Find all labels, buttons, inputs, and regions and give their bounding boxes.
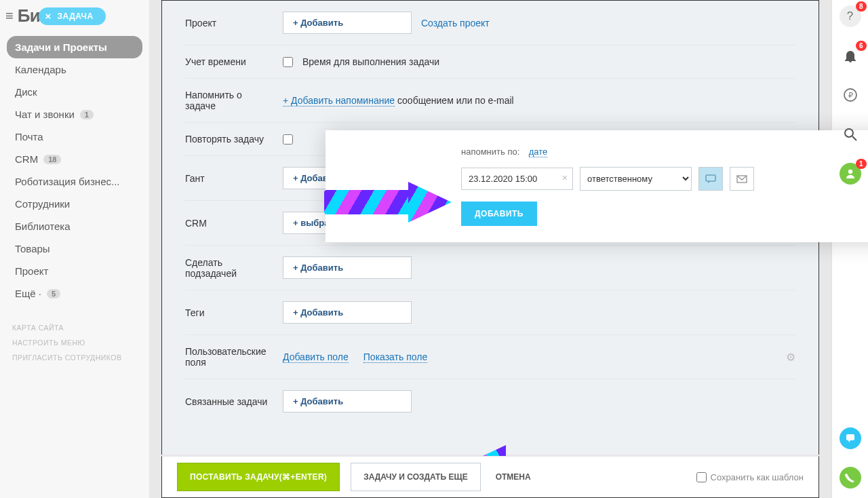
svg-rect-7	[846, 434, 854, 440]
right-rail: ? 8 6 ₽ 1	[831, 0, 868, 498]
label-custom-fields: Пользовательские поля	[185, 346, 273, 368]
create-project-link[interactable]: Создать проект	[421, 18, 490, 28]
sidebar-item-label: Проект	[15, 265, 48, 277]
subtask-add-button[interactable]: + Добавить	[283, 256, 412, 279]
clear-date-icon[interactable]: ×	[562, 172, 568, 183]
tags-add-button[interactable]: + Добавить	[283, 301, 412, 324]
sidebar-item-label: Календарь	[15, 64, 66, 75]
label-related: Связанные задачи	[185, 396, 273, 407]
svg-point-6	[848, 170, 852, 174]
label-project: Проект	[185, 18, 273, 28]
svg-line-5	[852, 136, 856, 140]
footer-bar: ПОСТАВИТЬ ЗАДАЧУ(⌘+ENTER) ЗАДАЧУ И СОЗДА…	[161, 456, 819, 498]
sidebar-item-label: Диск	[15, 86, 37, 98]
label-time: Учет времени	[185, 56, 273, 67]
label-crm: CRM	[185, 218, 273, 229]
project-add-button[interactable]: + Добавить	[283, 12, 412, 34]
sidebar-footer-link[interactable]: КАРТА САЙТА	[0, 320, 149, 334]
add-reminder-link[interactable]: + Добавить напоминание	[283, 95, 395, 107]
sidebar-item[interactable]: Проект	[7, 260, 142, 282]
svg-point-4	[845, 129, 853, 137]
gear-icon[interactable]: ⚙	[786, 351, 795, 364]
sidebar-item-label: Сотрудники	[15, 198, 70, 210]
bell-icon[interactable]: 6	[840, 45, 861, 66]
sidebar-item[interactable]: Почта	[7, 126, 142, 148]
sidebar-item[interactable]: Календарь	[7, 58, 142, 81]
annotation-arrow	[324, 182, 452, 223]
sidebar-item-label: Чат и звонки	[15, 109, 75, 120]
sidebar-item-label: Почта	[15, 131, 43, 142]
sidebar-item[interactable]: CRM18	[7, 148, 142, 170]
submit-and-create-button[interactable]: ЗАДАЧУ И СОЗДАТЬ ЕЩЕ	[351, 463, 480, 491]
badge: 1	[856, 159, 867, 169]
sidebar-item[interactable]: Диск	[7, 81, 142, 103]
phone-icon[interactable]	[840, 467, 861, 489]
currency-icon[interactable]: ₽	[840, 84, 861, 106]
sidebar-item-label: Библиотека	[15, 221, 71, 232]
user-icon[interactable]: 1	[840, 163, 861, 185]
badge: 1	[80, 110, 94, 119]
hamburger-icon[interactable]: ≡	[5, 8, 14, 24]
message-icon[interactable]	[698, 167, 723, 191]
reminder-recipient-select[interactable]: ответственному	[580, 167, 692, 191]
badge: 18	[43, 155, 61, 164]
submit-task-button[interactable]: ПОСТАВИТЬ ЗАДАЧУ(⌘+ENTER)	[177, 463, 340, 491]
badge: 6	[856, 41, 867, 51]
sidebar-item[interactable]: Ещё ·5	[7, 282, 142, 305]
sidebar-item-label: Товары	[15, 243, 50, 254]
show-field-link[interactable]: Показать поле	[363, 351, 427, 363]
save-template-checkbox[interactable]: Сохранить как шаблон	[696, 472, 804, 482]
chat-icon[interactable]	[840, 427, 861, 449]
sidebar-item[interactable]: Сотрудники	[7, 193, 142, 215]
add-reminder-tail: сообщением или по e-mail	[395, 95, 514, 106]
time-checkbox[interactable]	[283, 57, 293, 67]
sidebar-item-label: Ещё ·	[15, 288, 41, 299]
reminder-mode-link[interactable]: дате	[529, 147, 548, 157]
reminder-prefix: напомнить по:	[461, 147, 519, 157]
sidebar-footer-link[interactable]: ПРИГЛАСИТЬ СОТРУДНИКОВ	[0, 349, 149, 364]
time-checkbox-label: Время для выполнения задачи	[302, 56, 439, 67]
label-tags: Теги	[185, 307, 273, 318]
label-subtask: Сделать подзадачей	[185, 257, 273, 279]
mail-icon[interactable]	[730, 167, 754, 191]
badge: 8	[856, 1, 867, 12]
related-add-button[interactable]: + Добавить	[283, 390, 412, 413]
sidebar: ≡ Битрикс ЗАДАЧА Задачи и ПроектыКаленда…	[0, 0, 149, 498]
main-area: Проект + Добавить Создать проект Учет вр…	[149, 0, 831, 498]
sidebar-footer-link[interactable]: НАСТРОИТЬ МЕНЮ	[0, 334, 149, 349]
task-pill[interactable]: ЗАДАЧА	[39, 7, 106, 25]
sidebar-item[interactable]: Задачи и Проекты	[7, 36, 142, 58]
svg-rect-0	[706, 175, 715, 181]
sidebar-item[interactable]: Библиотека	[7, 215, 142, 237]
label-remind: Напомнить о задаче	[185, 90, 273, 111]
cancel-button[interactable]: ОТМЕНА	[492, 463, 535, 491]
label-gantt: Гант	[185, 173, 273, 184]
sidebar-item-label: Роботизация бизнес...	[15, 176, 120, 187]
sidebar-item[interactable]: Чат и звонки1	[7, 103, 142, 126]
label-repeat: Повторять задачу	[185, 134, 273, 145]
reminder-add-button[interactable]: ДОБАВИТЬ	[461, 202, 537, 226]
sidebar-item[interactable]: Товары	[7, 237, 142, 260]
help-icon[interactable]: ? 8	[840, 5, 861, 27]
svg-text:₽: ₽	[848, 91, 852, 99]
reminder-datetime-input[interactable]	[461, 168, 573, 190]
badge: 5	[47, 289, 60, 299]
sidebar-item[interactable]: Роботизация бизнес...	[7, 170, 142, 193]
add-field-link[interactable]: Добавить поле	[283, 351, 349, 363]
repeat-checkbox[interactable]	[283, 134, 293, 145]
sidebar-item-label: CRM	[15, 153, 38, 165]
sidebar-item-label: Задачи и Проекты	[15, 41, 107, 53]
search-icon[interactable]	[840, 123, 861, 145]
